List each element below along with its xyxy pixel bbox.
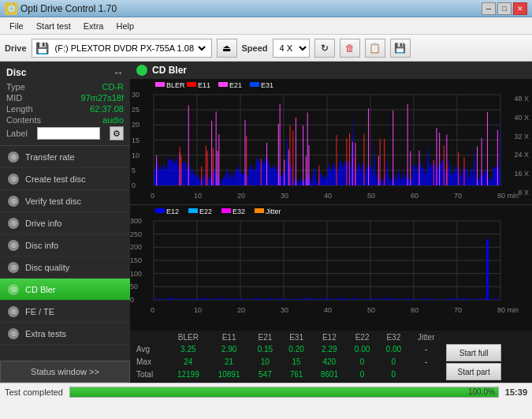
lower-chart-container: [130, 205, 532, 331]
disc-arrow-icon[interactable]: ↔: [113, 66, 124, 79]
nav-cd-bler-label: CD Bler: [25, 285, 56, 294]
row-avg-label: Avg: [130, 342, 168, 355]
type-label: Type: [6, 82, 25, 92]
contents-label: Contents: [6, 115, 41, 125]
app-title: Opti Drive Control 1.70: [20, 3, 117, 14]
stats-row-avg: Avg 3.25 2.90 0.15 0.20 2.29 0.00 0.00 -…: [130, 342, 532, 355]
nav-cd-bler[interactable]: ◎ CD Bler: [0, 279, 130, 301]
nav-disc-quality[interactable]: ◎ Disc quality: [0, 256, 130, 279]
drive-select[interactable]: (F:) PLEXTOR DVDR PX-755A 1.08: [52, 43, 208, 54]
upper-chart: [130, 79, 532, 201]
create-test-disc-icon: ◎: [8, 174, 19, 185]
start-part-button[interactable]: Start part: [446, 363, 501, 380]
copy-button[interactable]: 📋: [365, 39, 385, 58]
row-max-e21: 10: [250, 355, 281, 368]
upper-chart-y-axis-right: 48 X 40 X 32 X 24 X 16 X 8 X: [514, 95, 529, 196]
row-max-bler: 24: [168, 355, 209, 368]
disc-panel: Disc ↔ Type CD-R MID 97m27s18f Length 62…: [0, 62, 130, 146]
row-total-e11: 10891: [209, 368, 250, 381]
start-full-button[interactable]: Start full: [446, 344, 501, 361]
nav-disc-info-label: Disc info: [25, 241, 58, 250]
drive-info-icon: ◎: [8, 218, 19, 229]
sidebar: Disc ↔ Type CD-R MID 97m27s18f Length 62…: [0, 62, 130, 383]
main-layout: Disc ↔ Type CD-R MID 97m27s18f Length 62…: [0, 62, 532, 383]
row-total-e31: 761: [281, 368, 312, 381]
lower-chart: [130, 205, 532, 316]
upper-chart-container: 48 X 40 X 32 X 24 X 16 X 8 X: [130, 79, 532, 205]
chart-title: CD Bler: [152, 65, 187, 76]
status-window-button[interactable]: Status window >>: [0, 361, 130, 383]
row-total-jitter: [409, 368, 443, 381]
status-window-label: Status window >>: [31, 367, 99, 376]
close-button[interactable]: ✕: [513, 2, 527, 15]
chart-title-bar: CD Bler: [130, 62, 532, 79]
mid-label: MID: [6, 93, 22, 103]
row-max-e31: 15: [281, 355, 312, 368]
nav-verify-test-disc[interactable]: ◎ Verify test disc: [0, 190, 130, 212]
drive-select-container: 💾 (F:) PLEXTOR DVDR PX-755A 1.08: [32, 39, 212, 58]
row-avg-e21: 0.15: [250, 342, 281, 355]
nav-create-test-disc-label: Create test disc: [25, 174, 85, 184]
speed-select[interactable]: 4 X: [273, 39, 310, 58]
row-avg-e12: 2.29: [312, 342, 347, 355]
row-max-e11: 21: [209, 355, 250, 368]
window-controls: ─ □ ✕: [482, 2, 527, 15]
drive-label: Drive: [5, 43, 27, 53]
menu-start-test[interactable]: Start test: [30, 20, 77, 32]
charts-wrapper: 48 X 40 X 32 X 24 X 16 X 8 X: [130, 79, 532, 331]
eject-button[interactable]: ⏏: [217, 39, 237, 58]
row-max-e12: 420: [312, 355, 347, 368]
save-button[interactable]: 💾: [390, 39, 411, 58]
menu-bar: File Start test Extra Help: [0, 17, 532, 35]
nav-disc-info[interactable]: ◎ Disc info: [0, 234, 130, 256]
nav-container: ◎ Transfer rate ◎ Create test disc ◎ Ver…: [0, 146, 130, 345]
type-value: CD-R: [102, 82, 125, 92]
col-header-empty: [130, 332, 168, 342]
title-bar: 💿 Opti Drive Control 1.70 ─ □ ✕: [0, 0, 532, 17]
nav-drive-info[interactable]: ◎ Drive info: [0, 212, 130, 234]
disc-panel-title: Disc: [6, 67, 26, 78]
length-value: 62:37.08: [90, 104, 124, 114]
nav-create-test-disc[interactable]: ◎ Create test disc: [0, 168, 130, 190]
row-total-bler: 12199: [168, 368, 209, 381]
nav-fe-te[interactable]: ◎ FE / TE: [0, 301, 130, 323]
disc-info-icon: ◎: [8, 240, 19, 251]
nav-verify-test-disc-label: Verify test disc: [25, 196, 81, 206]
label-input[interactable]: [37, 127, 100, 140]
status-bar: Test completed 100.0% 15:39: [0, 383, 532, 400]
row-avg-bler: 3.25: [168, 342, 209, 355]
time-label: 15:39: [505, 387, 527, 397]
nav-disc-quality-label: Disc quality: [25, 263, 69, 272]
minimize-button[interactable]: ─: [482, 2, 496, 15]
row-avg-e22: 0.00: [347, 342, 378, 355]
nav-drive-info-label: Drive info: [25, 219, 61, 228]
nav-extra-tests-label: Extra tests: [25, 329, 66, 339]
maximize-button[interactable]: □: [497, 2, 512, 15]
row-avg-jitter: -: [409, 342, 443, 355]
row-total-label: Total: [130, 368, 168, 381]
speed-label: Speed: [242, 43, 268, 53]
transfer-rate-icon: ◎: [8, 152, 19, 163]
row-max-jitter: -: [409, 355, 443, 368]
row-total-e12: 8601: [312, 368, 347, 381]
menu-help[interactable]: Help: [110, 20, 140, 32]
menu-file[interactable]: File: [3, 20, 30, 32]
erase-button[interactable]: 🗑: [340, 39, 360, 58]
disc-quality-icon: ◎: [8, 262, 19, 273]
row-avg-e32: 0.00: [378, 342, 409, 355]
action-buttons: Start full Start part: [446, 344, 529, 380]
menu-extra[interactable]: Extra: [77, 20, 110, 32]
nav-transfer-rate-label: Transfer rate: [25, 152, 75, 162]
label-gear-icon[interactable]: ⚙: [110, 126, 124, 140]
row-total-e32: 0: [378, 368, 409, 381]
nav-transfer-rate[interactable]: ◎ Transfer rate: [0, 146, 130, 168]
col-header-e11: E11: [209, 332, 250, 342]
nav-fe-te-label: FE / TE: [25, 307, 54, 316]
refresh-button[interactable]: ↻: [314, 39, 335, 58]
stats-container: BLER E11 E21 E31 E12 E22 E32 Jitter Avg: [130, 331, 532, 383]
progress-bar-container: 100.0%: [69, 387, 499, 398]
col-header-e32: E32: [378, 332, 409, 342]
content-area: CD Bler 48 X 40 X 32 X 24 X 16 X 8 X: [130, 62, 532, 383]
stats-table: BLER E11 E21 E31 E12 E22 E32 Jitter Avg: [130, 332, 532, 381]
nav-extra-tests[interactable]: ◎ Extra tests: [0, 323, 130, 345]
